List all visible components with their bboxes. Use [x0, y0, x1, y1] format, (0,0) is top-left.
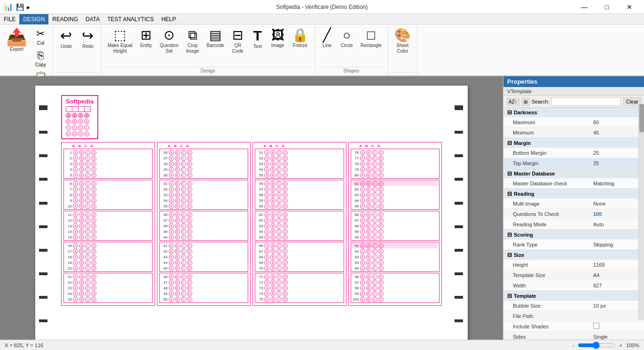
answer-bubble[interactable]: D: [283, 173, 288, 178]
answer-bubble[interactable]: D: [91, 223, 96, 229]
answer-bubble[interactable]: C: [85, 243, 90, 248]
circle-button[interactable]: ○ Circle: [338, 26, 356, 51]
answer-bubble[interactable]: B: [79, 229, 84, 234]
answer-bubble[interactable]: C: [181, 198, 186, 203]
answer-bubble[interactable]: A: [360, 255, 365, 260]
close-button[interactable]: ✕: [619, 0, 640, 14]
answer-bubble[interactable]: B: [175, 266, 180, 271]
answer-bubble[interactable]: A: [73, 204, 78, 209]
section-template-header[interactable]: Template: [503, 291, 644, 301]
answer-bubble[interactable]: D: [91, 167, 96, 172]
section-reading-header[interactable]: Reading: [503, 189, 644, 199]
answer-bubble[interactable]: B: [79, 198, 84, 203]
section-margin-header[interactable]: Margin: [503, 138, 644, 148]
answer-bubble[interactable]: A: [360, 229, 365, 234]
answer-bubble[interactable]: B: [270, 181, 275, 186]
answer-bubble[interactable]: C: [276, 167, 282, 172]
answer-bubble[interactable]: D: [91, 274, 96, 279]
redo-button[interactable]: ↪ Redo: [78, 26, 98, 52]
answer-bubble[interactable]: A: [360, 235, 365, 240]
answer-bubble[interactable]: B: [270, 255, 275, 260]
answer-bubble[interactable]: B: [270, 187, 275, 192]
answer-bubble[interactable]: A: [264, 223, 269, 229]
answer-bubble[interactable]: D: [187, 274, 192, 279]
answer-bubble[interactable]: D: [283, 156, 288, 161]
menu-design[interactable]: DESIGN: [19, 14, 48, 24]
answer-bubble[interactable]: D: [283, 167, 288, 172]
answer-bubble[interactable]: A: [73, 161, 78, 167]
answer-bubble[interactable]: A: [73, 249, 78, 254]
answer-bubble[interactable]: B: [79, 192, 84, 198]
answer-bubble[interactable]: D: [283, 280, 288, 285]
answer-bubble[interactable]: B: [366, 255, 371, 260]
answer-bubble[interactable]: D: [91, 212, 96, 217]
answer-bubble[interactable]: B: [270, 280, 275, 285]
answer-bubble[interactable]: A: [169, 204, 174, 209]
answer-bubble[interactable]: D: [283, 223, 288, 229]
answer-bubble[interactable]: A: [264, 286, 269, 291]
answer-bubble[interactable]: C: [372, 243, 377, 248]
answer-bubble[interactable]: D: [283, 161, 288, 167]
answer-bubble[interactable]: C: [181, 223, 186, 229]
answer-bubble[interactable]: C: [181, 161, 186, 167]
answer-bubble[interactable]: C: [372, 161, 377, 167]
freeze-button[interactable]: 🔒 Freeze: [289, 26, 312, 51]
cut-button[interactable]: ✂ Cut: [31, 26, 50, 47]
answer-bubble[interactable]: D: [283, 297, 288, 302]
answer-bubble[interactable]: A: [169, 260, 174, 265]
answer-bubble[interactable]: D: [283, 255, 288, 260]
answer-bubble[interactable]: C: [276, 192, 282, 198]
answer-bubble[interactable]: B: [175, 161, 180, 167]
answer-bubble[interactable]: A: [264, 274, 269, 279]
answer-bubble[interactable]: B: [79, 274, 84, 279]
answer-bubble[interactable]: C: [181, 218, 186, 223]
answer-bubble[interactable]: A: [360, 260, 365, 265]
line-button[interactable]: ╱ Line: [318, 26, 337, 51]
question-set-button[interactable]: ⊙ QuestionSet: [157, 26, 182, 56]
answer-bubble[interactable]: A: [360, 218, 365, 223]
answer-bubble[interactable]: D: [378, 235, 384, 240]
answer-bubble[interactable]: C: [85, 150, 90, 155]
answer-bubble[interactable]: A: [73, 212, 78, 217]
answer-bubble[interactable]: C: [181, 243, 186, 248]
image-button[interactable]: 🖼 Image: [268, 26, 288, 51]
answer-bubble[interactable]: D: [378, 274, 384, 279]
answer-bubble[interactable]: A: [73, 173, 78, 178]
answer-bubble[interactable]: A: [169, 192, 174, 198]
answer-bubble[interactable]: D: [187, 150, 192, 155]
answer-bubble[interactable]: B: [366, 156, 371, 161]
answer-bubble[interactable]: A: [73, 218, 78, 223]
answer-bubble[interactable]: B: [175, 229, 180, 234]
answer-bubble[interactable]: B: [366, 192, 371, 198]
answer-bubble[interactable]: C: [372, 266, 377, 271]
answer-bubble[interactable]: C: [85, 187, 90, 192]
answer-bubble[interactable]: A: [73, 255, 78, 260]
answer-bubble[interactable]: A: [264, 291, 269, 296]
answer-bubble[interactable]: C: [372, 167, 377, 172]
answer-bubble[interactable]: B: [175, 167, 180, 172]
answer-bubble[interactable]: A: [264, 161, 269, 167]
save-icon[interactable]: 💾: [16, 3, 24, 11]
answer-bubble[interactable]: D: [378, 212, 384, 217]
answer-bubble[interactable]: D: [283, 229, 288, 234]
answer-bubble[interactable]: D: [187, 156, 192, 161]
answer-bubble[interactable]: C: [276, 218, 282, 223]
answer-bubble[interactable]: D: [283, 260, 288, 265]
answer-bubble[interactable]: B: [79, 223, 84, 229]
answer-bubble[interactable]: C: [276, 266, 282, 271]
answer-bubble[interactable]: D: [283, 235, 288, 240]
answer-bubble[interactable]: B: [175, 286, 180, 291]
sort-button[interactable]: ⊞: [521, 98, 530, 106]
answer-bubble[interactable]: A: [73, 260, 78, 265]
answer-bubble[interactable]: A: [360, 297, 365, 302]
canvas-area[interactable]: Softpedia A A A: [0, 76, 503, 340]
answer-bubble[interactable]: C: [276, 150, 282, 155]
answer-bubble[interactable]: C: [181, 286, 186, 291]
minimize-button[interactable]: —: [573, 0, 595, 14]
answer-bubble[interactable]: B: [366, 218, 371, 223]
answer-bubble[interactable]: C: [276, 255, 282, 260]
answer-bubble[interactable]: A: [360, 187, 365, 192]
answer-bubble[interactable]: C: [181, 297, 186, 302]
answer-bubble[interactable]: C: [85, 266, 90, 271]
answer-bubble[interactable]: C: [276, 173, 282, 178]
